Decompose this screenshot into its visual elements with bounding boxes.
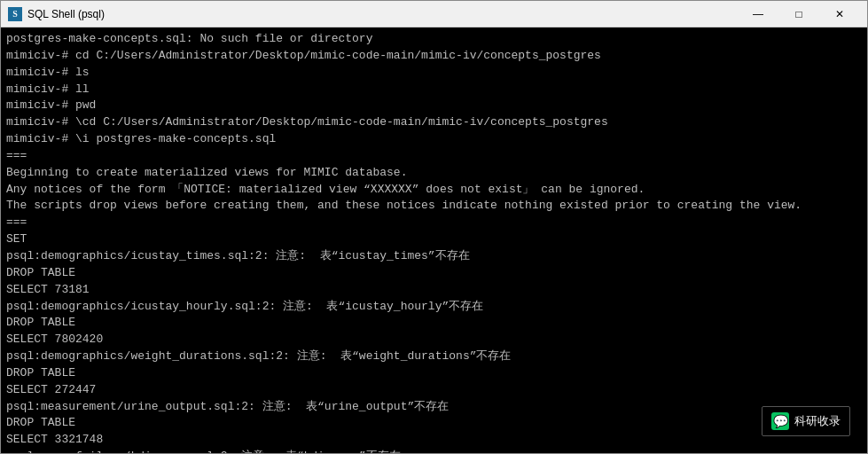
window-controls: — □ ✕	[738, 1, 860, 27]
watermark-text: 科研收录	[794, 413, 841, 429]
terminal-line: DROP TABLE	[6, 265, 862, 282]
terminal-line: Any notices of the form 「NOTICE: materia…	[6, 182, 862, 199]
wechat-icon: 💬	[771, 412, 789, 430]
terminal-line: psql:demographics/icustay_hourly.sql:2: …	[6, 299, 862, 316]
terminal-line: ===	[6, 148, 862, 165]
close-button[interactable]: ✕	[819, 1, 860, 27]
terminal-line: psql:demographics/weight_durations.sql:2…	[6, 348, 862, 365]
terminal-line: mimiciv-# \i postgres-make-concepts.sql	[6, 131, 862, 148]
terminal-line: DROP TABLE	[6, 365, 862, 382]
terminal-line: psql:organfailure/kdigo_uo.sql:2: 注意: 表“…	[6, 449, 862, 453]
watermark-overlay: 💬 科研收录	[762, 406, 850, 436]
terminal-line: mimiciv-# ll	[6, 82, 862, 98]
main-window: S SQL Shell (psql) — □ ✕ postgres-make-c…	[0, 0, 868, 454]
terminal-line: SELECT 7802420	[6, 332, 862, 348]
terminal-line: mimiciv-# \cd C:/Users/Administrator/Des…	[6, 114, 862, 131]
terminal-line: Beginning to create materialized views f…	[6, 165, 862, 182]
terminal-line: mimiciv-# ls	[6, 65, 862, 82]
terminal-line: ===	[6, 215, 862, 231]
terminal-line: SELECT 73181	[6, 282, 862, 299]
terminal-line: SELECT 3321748	[6, 432, 862, 449]
minimize-button[interactable]: —	[738, 1, 778, 27]
title-bar: S SQL Shell (psql) — □ ✕	[1, 1, 867, 27]
terminal-line: SET	[6, 231, 862, 248]
terminal-line: DROP TABLE	[6, 315, 862, 332]
terminal-line: mimiciv-# cd C:/Users/Administrator/Desk…	[6, 48, 862, 65]
terminal-line: mimiciv-# pwd	[6, 98, 862, 114]
terminal-line: psql:demographics/icustay_times.sql:2: 注…	[6, 248, 862, 265]
terminal-line: psql:measurement/urine_output.sql:2: 注意:…	[6, 399, 862, 416]
maximize-button[interactable]: □	[778, 1, 819, 27]
terminal-line: SELECT 272447	[6, 382, 862, 399]
window-title: SQL Shell (psql)	[27, 8, 738, 20]
terminal-line: DROP TABLE	[6, 415, 862, 432]
terminal-line: postgres-make-concepts.sql: No such file…	[6, 31, 862, 48]
terminal-line: The scripts drop views before creating t…	[6, 198, 862, 215]
terminal-output: postgres-make-concepts.sql: No such file…	[1, 27, 867, 453]
app-icon: S	[8, 7, 22, 21]
